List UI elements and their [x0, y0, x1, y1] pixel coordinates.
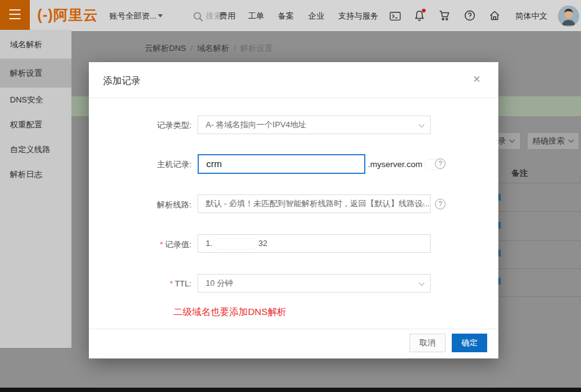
- breadcrumb-root[interactable]: 云解析DNS: [145, 43, 186, 53]
- sidebar-item-custom-line[interactable]: 自定义线路: [0, 137, 71, 162]
- nav-item-icp[interactable]: 备案: [278, 11, 294, 22]
- host-record-input[interactable]: crm: [198, 154, 365, 174]
- sidebar-item-record-settings[interactable]: 解析设置: [0, 59, 71, 88]
- breadcrumb-section[interactable]: 域名解析: [197, 43, 229, 53]
- sidebar: 域名解析 解析设置 DNS安全 权重配置 自定义线路 解析日志: [0, 30, 71, 348]
- search-icon[interactable]: [193, 11, 204, 22]
- close-icon[interactable]: ✕: [473, 73, 481, 85]
- line-label: 解析线路:: [101, 199, 191, 211]
- nav-item-billing[interactable]: 费用: [219, 11, 236, 22]
- domain-suffix: .myserver.com: [368, 160, 444, 170]
- clipped-link-edge: [498, 278, 501, 285]
- breadcrumb-current: 解析设置: [240, 43, 273, 53]
- sidebar-title: 域名解析: [0, 30, 71, 59]
- dialog-title: 添加记录: [103, 75, 140, 87]
- user-avatar[interactable]: [558, 6, 579, 27]
- chevron-down-icon: [418, 122, 425, 129]
- line-help-icon[interactable]: ?: [435, 199, 446, 209]
- taskbar-edge: [0, 388, 581, 392]
- table-divider: [498, 240, 581, 241]
- top-navbar: (-)阿里云 账号全部资... 搜索 费用 工单 备案 企业 支持与服务 简体中…: [0, 0, 581, 30]
- redaction-patch: [214, 239, 257, 249]
- table-divider: [498, 296, 581, 297]
- host-record-help-icon[interactable]: ?: [435, 158, 446, 169]
- aliyun-logo[interactable]: (-)阿里云: [37, 6, 98, 25]
- cart-icon[interactable]: [439, 10, 450, 21]
- chevron-down-icon: [418, 201, 425, 208]
- logo-mark-icon: (-): [37, 7, 53, 23]
- clipped-link-edge: [498, 250, 501, 257]
- language-switcher[interactable]: 简体中文: [515, 11, 547, 22]
- cancel-button[interactable]: 取消: [409, 334, 446, 352]
- clipped-link-edge: [498, 194, 501, 201]
- confirm-button[interactable]: 确定: [452, 334, 487, 352]
- record-type-label: 记录类型:: [101, 120, 191, 131]
- table-column-remark: 备注: [511, 168, 528, 179]
- red-annotation-text: 二级域名也要添加DNS解析: [173, 306, 286, 318]
- add-record-dialog: 添加记录 ✕ 记录类型: A- 将域名指向一个IPV4地址 主机记录: crm …: [89, 62, 498, 358]
- caret-down-icon: [158, 14, 163, 17]
- cloudshell-terminal-icon[interactable]: [390, 11, 401, 22]
- logo-text: 阿里云: [53, 7, 98, 23]
- clipped-link-edge: [498, 222, 501, 229]
- help-question-icon[interactable]: [464, 10, 475, 21]
- table-divider: [498, 183, 581, 183]
- dialog-header-divider: [89, 98, 498, 98]
- sidebar-item-weight-config[interactable]: 权重配置: [0, 112, 71, 137]
- home-icon[interactable]: [489, 10, 500, 21]
- sidebar-item-dns-security[interactable]: DNS安全: [0, 88, 71, 112]
- aliyun-console-page: (-)阿里云 账号全部资... 搜索 费用 工单 备案 企业 支持与服务 简体中…: [0, 0, 581, 392]
- account-switcher[interactable]: 账号全部资...: [109, 11, 157, 22]
- hamburger-menu-icon[interactable]: [0, 0, 30, 30]
- chevron-down-icon: [568, 138, 574, 144]
- breadcrumb: 云解析DNS/域名解析/解析设置: [145, 43, 273, 54]
- exact-search-dropdown[interactable]: 精确搜索: [527, 132, 579, 150]
- nav-item-support[interactable]: 支持与服务: [338, 11, 378, 22]
- table-divider: [498, 211, 581, 212]
- ttl-select[interactable]: 10 分钟: [198, 274, 431, 293]
- record-value-input[interactable]: 1.32: [198, 234, 431, 253]
- table-divider: [498, 268, 581, 269]
- nav-item-tickets[interactable]: 工单: [248, 11, 264, 22]
- record-value-label: *记录值:: [101, 239, 191, 250]
- record-type-select[interactable]: A- 将域名指向一个IPV4地址: [198, 116, 431, 134]
- chevron-down-icon: [418, 281, 425, 288]
- notification-badge-dot: [422, 9, 426, 12]
- host-record-label: 主机记录:: [101, 159, 191, 170]
- sidebar-item-dns-logs[interactable]: 解析日志: [0, 162, 71, 187]
- nav-item-enterprise[interactable]: 企业: [308, 11, 324, 22]
- line-select[interactable]: 默认 - 必填！未匹配到智能解析线路时，返回【默认】线路设...: [198, 194, 431, 213]
- dialog-footer-divider: [89, 329, 498, 329]
- chevron-down-icon: [509, 138, 515, 144]
- navbar-divider: [71, 30, 581, 31]
- ttl-label: *TTL:: [101, 279, 191, 288]
